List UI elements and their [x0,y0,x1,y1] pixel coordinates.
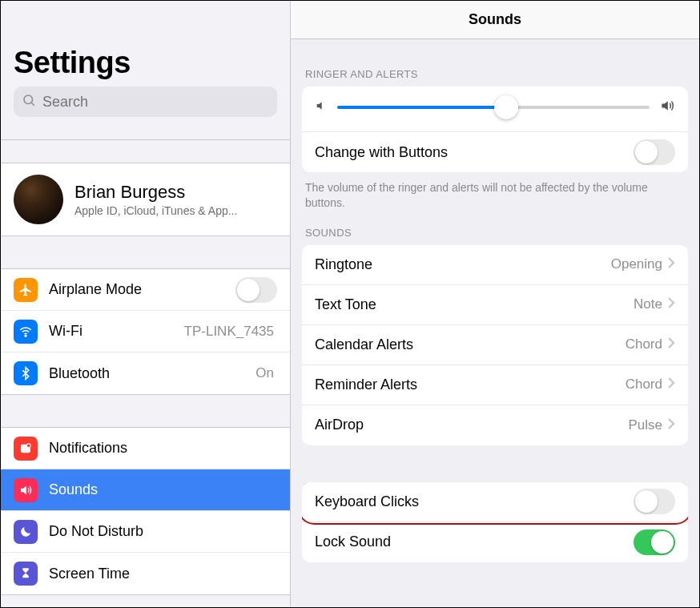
settings-app: Settings Brian Burgess Apple ID, iCloud,… [0,0,700,608]
sounds-icon [14,478,38,502]
airplane-label: Airplane Mode [49,281,142,298]
sidebar-item-screentime[interactable]: Screen Time [1,553,290,594]
sounds-card: Ringtone Opening Text Tone Note Calendar… [302,245,688,445]
slider-fill [337,106,506,109]
ringer-card: Change with Buttons [302,87,688,172]
wifi-icon [14,320,38,344]
change-with-buttons-row[interactable]: Change with Buttons [302,132,688,172]
moon-icon [14,520,38,544]
profile-name: Brian Burgess [74,182,237,203]
airplane-toggle[interactable] [235,277,277,303]
avatar [14,175,63,224]
search-icon [22,93,36,111]
bluetooth-label: Bluetooth [49,365,110,382]
ringtone-value: Opening [611,256,662,272]
svg-point-2 [25,335,26,336]
texttone-label: Text Tone [315,296,376,313]
keyboard-clicks-label: Keyboard Clicks [315,493,419,510]
calendar-row[interactable]: Calendar Alerts Chord [302,325,688,365]
ringtone-label: Ringtone [315,256,372,273]
airplane-icon [14,278,38,302]
lock-sound-label: Lock Sound [315,534,391,550]
volume-high-icon [659,98,675,117]
lock-sound-row[interactable]: Lock Sound [302,522,688,562]
sounds-label: Sounds [49,481,98,498]
ringer-section-label: RINGER AND ALERTS [305,68,685,80]
texttone-row[interactable]: Text Tone Note [302,285,688,325]
ringtone-row[interactable]: Ringtone Opening [302,245,688,285]
profile-subtitle: Apple ID, iCloud, iTunes & App... [74,204,237,217]
calendar-label: Calendar Alerts [315,336,413,353]
change-with-buttons-label: Change with Buttons [315,144,448,161]
settings-title: Settings [14,46,277,80]
svg-line-1 [31,103,34,105]
notifications-icon [14,437,38,461]
volume-slider[interactable] [337,106,650,109]
detail-pane: Sounds RINGER AND ALERTS [291,1,699,607]
detail-header: Sounds [291,1,699,39]
airdrop-value: Pulse [628,417,662,433]
volume-low-icon [315,99,328,115]
keyboard-clicks-toggle[interactable] [634,489,675,514]
airdrop-label: AirDrop [315,417,364,433]
ringer-footer-text: The volume of the ringer and alerts will… [302,172,688,211]
detail-body: RINGER AND ALERTS Change with Buttons [291,39,699,607]
change-with-buttons-toggle[interactable] [634,139,675,165]
connectivity-group: Airplane Mode Wi-Fi TP-LINK_7435 Bluetoo… [1,268,290,395]
sidebar-item-notifications[interactable]: Notifications [1,428,290,469]
system-group: Notifications Sounds Do Not Disturb Scre… [1,427,290,595]
search-input[interactable] [14,87,277,117]
bluetooth-value: On [255,365,277,381]
notifications-label: Notifications [49,440,127,457]
reminder-value: Chord [626,376,662,393]
airdrop-row[interactable]: AirDrop Pulse [302,405,688,445]
sidebar-header: Settings [1,1,290,125]
dnd-label: Do Not Disturb [49,523,143,540]
sidebar: Settings Brian Burgess Apple ID, iCloud,… [1,1,291,607]
sidebar-item-wifi[interactable]: Wi-Fi TP-LINK_7435 [1,311,290,352]
chevron-right-icon [667,376,675,393]
lock-sound-toggle[interactable] [634,529,675,555]
screentime-label: Screen Time [49,566,130,582]
profile-text: Brian Burgess Apple ID, iCloud, iTunes &… [74,182,237,217]
chevron-right-icon [667,256,675,272]
sidebar-item-sounds[interactable]: Sounds [1,469,290,511]
svg-point-0 [24,95,33,104]
sounds-section-label: SOUNDS [305,227,685,239]
slider-thumb[interactable] [494,95,518,119]
hourglass-icon [14,562,38,586]
volume-slider-row [302,87,688,132]
texttone-value: Note [634,296,662,312]
chevron-right-icon [667,417,675,433]
reminder-row[interactable]: Reminder Alerts Chord [302,365,688,405]
wifi-value: TP-LINK_7435 [184,324,277,340]
chevron-right-icon [667,296,675,312]
bluetooth-icon [14,361,38,385]
sidebar-item-bluetooth[interactable]: Bluetooth On [1,352,290,394]
wifi-label: Wi-Fi [49,323,82,340]
divider [1,139,290,140]
page-title: Sounds [469,11,521,28]
search-field[interactable] [14,87,277,117]
reminder-label: Reminder Alerts [315,376,417,393]
svg-point-4 [26,443,30,447]
profile-row[interactable]: Brian Burgess Apple ID, iCloud, iTunes &… [1,163,290,236]
sidebar-item-airplane[interactable]: Airplane Mode [1,269,290,311]
chevron-right-icon [667,336,675,352]
sidebar-item-dnd[interactable]: Do Not Disturb [1,511,290,553]
system-sounds-card: Keyboard Clicks Lock Sound [302,482,688,562]
keyboard-clicks-row[interactable]: Keyboard Clicks [302,482,688,522]
calendar-value: Chord [626,336,662,352]
